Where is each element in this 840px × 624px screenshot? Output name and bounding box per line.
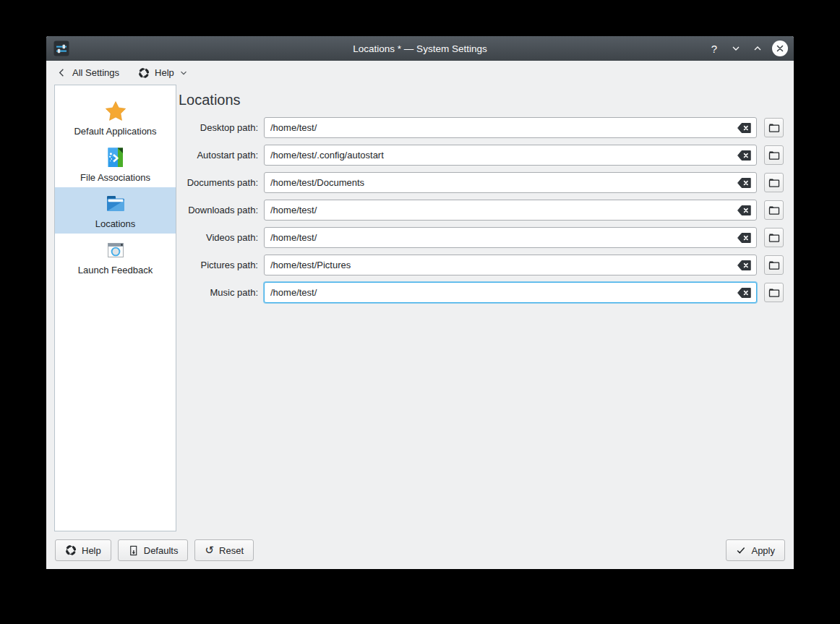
toolbar: All Settings Help	[46, 61, 794, 85]
field-label: Desktop path:	[179, 122, 258, 133]
document-revert-icon	[128, 545, 139, 556]
sidebar-item-label: Launch Feedback	[78, 265, 153, 275]
sidebar-item-label: File Associations	[80, 172, 150, 183]
reset-button-label: Reset	[219, 545, 244, 556]
folder-icon	[104, 192, 127, 215]
folder-open-icon	[768, 122, 780, 134]
chevron-down-icon	[179, 69, 188, 77]
folder-open-icon	[768, 205, 780, 216]
page-title: Locations	[179, 92, 784, 108]
field-row-pictures: Pictures path:	[179, 255, 784, 275]
folder-open-icon	[768, 177, 780, 189]
sidebar-item-file-associations[interactable]: File Associations	[55, 141, 176, 187]
sidebar-item-default-applications[interactable]: Default Applications	[55, 95, 176, 141]
field-row-music: Music path:	[179, 282, 784, 303]
music-path-field	[264, 282, 757, 303]
field-row-videos: Videos path:	[179, 227, 784, 248]
browse-folder-button[interactable]	[764, 118, 784, 137]
star-icon	[104, 100, 127, 123]
help-menu-label: Help	[155, 67, 174, 78]
help-lifering-icon	[65, 544, 77, 556]
maximize-button[interactable]	[750, 40, 765, 56]
browse-folder-button[interactable]	[764, 200, 784, 220]
help-menu-button[interactable]: Help	[138, 67, 188, 79]
browse-folder-button[interactable]	[764, 228, 784, 247]
downloads-path-input[interactable]	[264, 200, 757, 221]
apply-button[interactable]: Apply	[726, 539, 785, 561]
all-settings-label: All Settings	[72, 67, 119, 78]
window-title: Locations * — System Settings	[46, 43, 794, 54]
sidebar-item-label: Locations	[95, 218, 136, 229]
folder-open-icon	[768, 260, 780, 271]
locations-page: Locations Desktop path: Autostart path:	[176, 85, 794, 531]
field-label: Videos path:	[179, 232, 258, 243]
downloads-path-field	[264, 200, 757, 221]
autostart-path-input[interactable]	[264, 145, 757, 166]
clear-text-icon[interactable]	[737, 233, 751, 243]
system-settings-app-icon	[53, 40, 69, 56]
reset-button[interactable]: ↺ Reset	[194, 539, 254, 561]
help-button[interactable]: Help	[55, 539, 111, 561]
chevron-up-icon	[753, 43, 763, 54]
undo-icon: ↺	[205, 545, 214, 556]
apply-button-label: Apply	[751, 545, 775, 556]
documents-path-input[interactable]	[264, 172, 757, 193]
titlebar[interactable]: Locations * — System Settings ?	[46, 36, 794, 61]
folder-open-icon	[768, 287, 780, 299]
autostart-path-field	[264, 145, 757, 166]
system-settings-window: Locations * — System Settings ?	[46, 36, 794, 569]
sidebar-item-launch-feedback[interactable]: Launch Feedback	[55, 234, 176, 280]
field-label: Autostart path:	[179, 150, 258, 161]
all-settings-back-button[interactable]: All Settings	[56, 67, 119, 78]
browse-folder-button[interactable]	[764, 145, 784, 165]
chevron-down-icon	[731, 43, 741, 54]
field-row-autostart: Autostart path:	[179, 145, 784, 166]
context-help-button[interactable]: ?	[707, 40, 721, 56]
clear-text-icon[interactable]	[737, 123, 751, 133]
folder-open-icon	[768, 232, 780, 244]
sidebar-item-locations[interactable]: Locations	[55, 187, 176, 234]
minimize-button[interactable]	[729, 40, 743, 56]
chevron-left-icon	[56, 67, 67, 78]
field-row-downloads: Downloads path:	[179, 200, 784, 221]
help-button-label: Help	[82, 545, 101, 556]
sidebar-item-label: Default Applications	[74, 126, 156, 137]
launch-feedback-icon	[104, 239, 127, 262]
close-icon	[776, 44, 784, 53]
checkmark-icon	[736, 545, 746, 555]
clear-text-icon[interactable]	[737, 178, 751, 188]
music-path-input[interactable]	[264, 282, 757, 303]
clear-text-icon[interactable]	[737, 260, 751, 270]
file-associations-icon	[104, 146, 127, 169]
field-row-documents: Documents path:	[179, 172, 784, 193]
browse-folder-button[interactable]	[764, 173, 784, 192]
field-row-desktop: Desktop path:	[179, 117, 784, 138]
desktop-path-input[interactable]	[264, 117, 757, 138]
sidebar: Default Applications File Associations	[54, 85, 176, 531]
pictures-path-field	[264, 255, 757, 275]
defaults-button-label: Defaults	[144, 545, 179, 556]
footer-buttons: Help Defaults ↺ Reset Apply	[46, 531, 794, 569]
clear-text-icon[interactable]	[737, 150, 751, 161]
field-label: Pictures path:	[179, 260, 258, 270]
pictures-path-input[interactable]	[264, 255, 757, 275]
clear-text-icon[interactable]	[737, 205, 751, 215]
browse-folder-button[interactable]	[764, 255, 784, 275]
documents-path-field	[264, 172, 757, 193]
field-label: Music path:	[179, 287, 258, 298]
field-label: Documents path:	[179, 177, 258, 188]
clear-text-icon[interactable]	[737, 288, 751, 298]
field-label: Downloads path:	[179, 205, 258, 215]
close-button[interactable]	[772, 40, 788, 56]
browse-folder-button[interactable]	[764, 283, 784, 302]
videos-path-input[interactable]	[264, 227, 757, 248]
help-lifering-icon	[138, 67, 150, 79]
desktop-path-field	[264, 117, 757, 138]
videos-path-field	[264, 227, 757, 248]
defaults-button[interactable]: Defaults	[118, 539, 189, 561]
folder-open-icon	[768, 150, 780, 161]
